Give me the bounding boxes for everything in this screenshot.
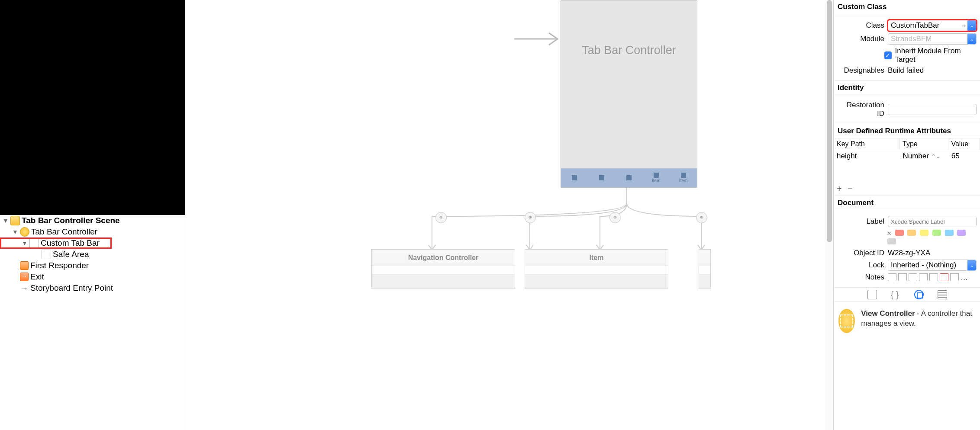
designables-label: Designables	[838, 66, 884, 75]
align-justify-icon	[919, 273, 928, 281]
class-label: Class	[838, 21, 884, 30]
label-label: Label	[838, 217, 884, 226]
list-icon	[929, 273, 938, 281]
navigate-icon[interactable]: ➜	[960, 22, 967, 29]
udra-col-key: Key Path	[834, 138, 900, 150]
align-right-icon	[909, 273, 917, 281]
udra-col-value: Value	[948, 138, 980, 150]
segue-node-icon[interactable]: ⚭	[525, 212, 536, 223]
chevron-down-icon[interactable]: ▼	[12, 228, 18, 235]
scroll-thumb[interactable]	[827, 0, 832, 242]
child-scene-item[interactable]: Item	[525, 249, 668, 289]
udra-value[interactable]: 65	[949, 150, 980, 162]
media-library-tab-icon[interactable]	[938, 290, 947, 299]
tree-row-exit[interactable]: Exit	[0, 271, 185, 282]
scene-label: Tab Bar Controller Scene	[22, 216, 120, 225]
notes-toolbar[interactable]: …	[888, 273, 969, 281]
section-header-udra: User Defined Runtime Attributes	[834, 124, 980, 138]
viewcontroller-icon	[838, 309, 855, 333]
exit-label: Exit	[30, 272, 44, 282]
scene-icon	[10, 216, 20, 225]
tabbar-icon	[29, 238, 39, 248]
code-snippet-tab-icon[interactable]: { }	[891, 290, 900, 299]
udra-add-remove[interactable]: + −	[834, 182, 980, 196]
udra-col-type: Type	[900, 138, 948, 150]
chevron-updown-icon[interactable]: ⌄	[967, 260, 976, 270]
lock-label: Lock	[838, 261, 884, 270]
segue-node-icon[interactable]: ⚭	[696, 212, 707, 223]
class-combo[interactable]: CustomTabBar ➜ ⌄	[888, 20, 977, 31]
label-input[interactable]	[888, 216, 977, 227]
notes-label: Notes	[838, 273, 884, 282]
section-header-document: Document	[834, 196, 980, 210]
restoration-id-input[interactable]	[888, 104, 977, 115]
lock-combo[interactable]: Inherited - (Nothing) ⌄	[888, 260, 977, 271]
chevron-down-icon[interactable]: ▼	[3, 217, 9, 224]
module-placeholder: StrandsBFM	[888, 35, 967, 43]
child-scene-partial[interactable]	[699, 249, 711, 289]
file-template-tab-icon[interactable]	[867, 290, 877, 299]
chevron-down-icon[interactable]: ⌄	[967, 20, 976, 31]
inherit-module-checkbox[interactable]: ✓	[884, 51, 892, 59]
library-tabs[interactable]: { }	[834, 287, 980, 302]
label-color-row[interactable]: ✕	[887, 229, 977, 247]
font-color-icon	[940, 273, 948, 281]
exit-icon	[20, 273, 29, 281]
chevron-down-icon[interactable]: ⌄	[967, 34, 976, 44]
lock-value: Inherited - (Nothing)	[888, 261, 967, 270]
child-scene-title: Navigation Controller	[372, 250, 515, 266]
safearea-icon	[42, 250, 51, 259]
object-library-tab-icon[interactable]	[914, 290, 924, 299]
class-value[interactable]: CustomTabBar	[888, 21, 960, 30]
viewcontroller-icon	[20, 227, 29, 237]
entry-point-icon: →	[20, 283, 29, 293]
tree-row-first-responder[interactable]: First Responder	[0, 260, 185, 271]
tree-row-entry-point[interactable]: → Storyboard Entry Point	[0, 282, 185, 294]
storyboard-preview	[0, 0, 185, 215]
storyboard-canvas[interactable]: Tab Bar Controller Item Item ⚭ ⚭ ⚭ ⚭ N	[185, 0, 834, 430]
first-responder-label: First Responder	[30, 261, 89, 270]
designables-value: Build failed	[888, 66, 924, 75]
segue-node-icon[interactable]: ⚭	[435, 212, 447, 223]
udra-table-row[interactable]: height Number ⌃⌄ 65	[834, 150, 980, 162]
section-header-custom-class: Custom Class	[834, 0, 980, 14]
tree-row-controller[interactable]: ▼ Tab Bar Controller	[0, 226, 185, 237]
vertical-scrollbar[interactable]	[825, 0, 833, 430]
tree-row-custom-tabbar[interactable]: ▼ Custom Tab Bar	[0, 237, 112, 249]
udra-key[interactable]: height	[834, 150, 900, 162]
udra-type[interactable]: Number ⌃⌄	[900, 150, 948, 162]
library-item-text: View Controller - A controller that mana…	[861, 309, 976, 329]
child-scene-navigation[interactable]: Navigation Controller	[371, 249, 515, 289]
scene-outline-tree[interactable]: ▼ Tab Bar Controller Scene ▼ Tab Bar Con…	[0, 215, 185, 430]
controller-label: Tab Bar Controller	[31, 227, 97, 237]
safearea-label: Safe Area	[53, 250, 89, 259]
module-label: Module	[838, 35, 884, 43]
custom-tabbar-label: Custom Tab Bar	[41, 238, 100, 248]
objectid-label: Object ID	[838, 249, 884, 257]
first-responder-icon	[20, 261, 29, 270]
segue-node-icon[interactable]: ⚭	[609, 212, 621, 223]
chevron-down-icon[interactable]: ▼	[22, 240, 28, 247]
objectid-value: W28-zg-YXA	[888, 249, 930, 257]
restoration-id-label: Restoration ID	[838, 101, 884, 118]
udra-table-header: Key Path Type Value	[834, 138, 980, 150]
tree-row-scene[interactable]: ▼ Tab Bar Controller Scene	[0, 215, 185, 226]
module-combo[interactable]: StrandsBFM ⌄	[888, 33, 977, 45]
font-style-icon	[950, 273, 959, 281]
inherit-module-label: Inherit Module From Target	[895, 47, 977, 64]
tree-row-safe-area[interactable]: Safe Area	[0, 249, 185, 260]
app-root: ▼ Tab Bar Controller Scene ▼ Tab Bar Con…	[0, 0, 980, 430]
section-header-identity: Identity	[834, 81, 980, 95]
entry-point-label: Storyboard Entry Point	[30, 283, 113, 293]
child-scene-title: Item	[525, 250, 668, 266]
align-left-icon	[888, 273, 896, 281]
navigator-panel: ▼ Tab Bar Controller Scene ▼ Tab Bar Con…	[0, 0, 185, 430]
library-item-view-controller[interactable]: View Controller - A controller that mana…	[834, 302, 980, 340]
identity-inspector: Custom Class Class CustomTabBar ➜ ⌄ Modu…	[834, 0, 980, 430]
align-center-icon	[898, 273, 907, 281]
